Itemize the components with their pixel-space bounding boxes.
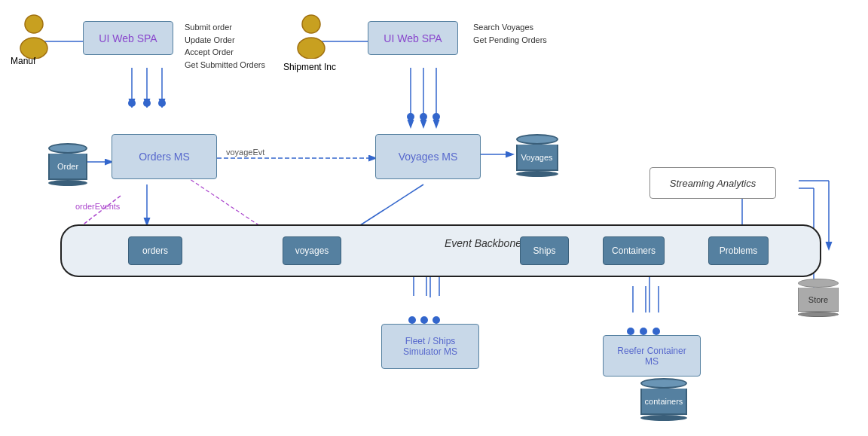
containers-topic-box: Containers [603, 236, 665, 265]
ui-spa-1: UI Web SPA [83, 21, 173, 55]
diagram-container: Manuf Shipment Inc UI Web SPA UI Web SPA… [0, 0, 868, 436]
svg-point-34 [302, 15, 320, 33]
ships-topic-box: Ships [520, 236, 569, 265]
person-manuf [15, 14, 53, 61]
arrows-overlay [0, 0, 868, 436]
dot-reefer-1 [627, 328, 634, 335]
dot-orders-2 [143, 99, 151, 107]
svg-point-35 [298, 38, 325, 59]
voyages-db: Voyages [512, 134, 561, 177]
order-events-label: orderEvents [75, 202, 120, 211]
problems-topic-box: Problems [708, 236, 769, 265]
streaming-analytics-box: Streaming Analytics [649, 167, 776, 199]
voyage-evt-label: voyageEvt [226, 148, 264, 157]
reefer-ms-box: Reefer Container MS [603, 335, 701, 377]
orders-ms-box: Orders MS [112, 134, 217, 179]
dot-voyages-3 [432, 113, 440, 120]
manuf-label: Manuf [11, 56, 35, 66]
orders-topic-box: orders [128, 236, 182, 265]
voyages-topic-box: voyages [283, 236, 341, 265]
svg-point-32 [25, 15, 43, 33]
ui-spa-2: UI Web SPA [368, 21, 458, 55]
dot-orders-1 [128, 99, 136, 107]
store-db: Store [795, 279, 842, 317]
dot-voyages-1 [407, 113, 414, 120]
dot-reefer-2 [640, 328, 647, 335]
dot-fleet-3 [432, 316, 440, 324]
dot-reefer-3 [653, 328, 660, 335]
voyages-ms-box: Voyages MS [375, 134, 481, 179]
dot-fleet-2 [420, 316, 428, 324]
dot-orders-3 [158, 99, 166, 107]
person-shipment [292, 14, 330, 61]
manuf-actions-label: Submit order Update Order Accept Order G… [185, 21, 265, 71]
dot-voyages-2 [420, 113, 427, 120]
dot-fleet-1 [408, 316, 416, 324]
shipment-label: Shipment Inc [283, 62, 336, 72]
containers-db: containers [637, 378, 691, 421]
shipment-actions-label: Search Voyages Get Pending Orders [473, 21, 547, 46]
event-backbone-label: Event Backbone [445, 237, 521, 249]
manuf-underline [6, 62, 51, 63]
fleet-ms-box: Fleet / Ships Simulator MS [381, 324, 479, 369]
order-db: Order [45, 143, 90, 186]
dot-stems [0, 0, 868, 436]
